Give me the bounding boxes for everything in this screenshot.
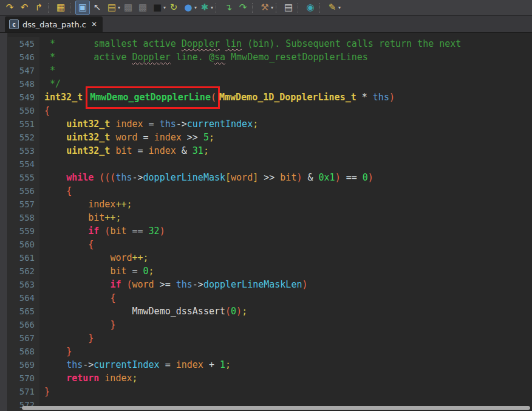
pen-icon-dropdown[interactable]: ▾ (338, 5, 341, 10)
code-token: 0 (363, 172, 368, 183)
build-hammer-icon[interactable]: ⚒ (257, 1, 272, 15)
code-token: word (110, 132, 137, 143)
code-token: 0 (231, 306, 236, 317)
code-token: index (88, 199, 115, 210)
code-token: + (203, 359, 220, 370)
code-token: bit (88, 212, 104, 223)
pen-icon[interactable]: ✎ (325, 1, 339, 15)
line-number: 561 (8, 251, 39, 264)
launch-debug-session-icon-dropdown[interactable]: ▾ (118, 5, 120, 10)
code-token: = (160, 359, 176, 370)
search-icon[interactable]: ◉ (303, 1, 318, 15)
debug-view-icon[interactable]: ▣ (75, 1, 90, 15)
code-token: MmwDemo_getDopplerLine (90, 92, 211, 103)
code-token: index (154, 132, 182, 143)
code-token: -> (83, 359, 94, 370)
code-token: ths (115, 172, 132, 183)
line-text: int32_t MmwDemo_getDopplerLine(MmwDemo_1… (39, 91, 395, 104)
code-token: index (149, 145, 176, 156)
line-text: bit++; (39, 211, 121, 224)
code-token: index (176, 359, 203, 370)
code-token: 5 (203, 132, 209, 143)
code-token: ) (236, 306, 242, 317)
code-token (44, 145, 66, 156)
flash-chip-icon[interactable]: ■ (150, 1, 165, 15)
code-line-566: 566 } (8, 318, 532, 331)
line-text: } (39, 385, 50, 398)
line-number: 565 (8, 305, 39, 318)
registers-grid-icon[interactable]: ▦ (53, 1, 68, 15)
code-token (44, 212, 88, 223)
code-token: ths (66, 359, 83, 370)
step-into-green-icon[interactable]: ↴ (221, 1, 236, 15)
horizontal-scrollbar[interactable] (22, 406, 530, 410)
console-icon[interactable]: ▤ (281, 1, 296, 15)
code-token (44, 279, 110, 290)
disconnect-core-icon[interactable]: ▩ (135, 1, 150, 15)
step-over-icon[interactable]: ↶ (17, 1, 32, 15)
step-into-icon[interactable]: ↱ (32, 1, 46, 15)
line-text: MmwDemo_dssAssert(0); (39, 305, 247, 318)
line-number: 567 (8, 331, 39, 345)
breakpoint-ruler[interactable] (0, 33, 8, 411)
code-line-571: 571} (8, 385, 532, 398)
line-number: 569 (8, 358, 39, 371)
tab-dss_data_path.c[interactable]: cdss_data_path.c✕ (5, 16, 103, 32)
c-file-icon: c (9, 19, 19, 29)
line-text: * smallest active Doppler lin (bin). Sub… (39, 37, 461, 50)
code-token: Doppler (132, 52, 171, 63)
code-token: ) (160, 226, 165, 237)
code-token: MmwDemo_1D_DopplerLines_t (219, 92, 356, 103)
pointer-wand-icon[interactable]: ↖ (90, 1, 104, 15)
line-text: if (bit == 32) (39, 224, 165, 238)
step-return-icon[interactable]: ↷ (2, 1, 17, 15)
code-token: if (110, 279, 121, 290)
code-token: ((( (99, 172, 115, 183)
toolbar-separator (48, 3, 52, 13)
toolbar-separator (252, 3, 256, 13)
line-number: 570 (8, 371, 39, 385)
tab-close-icon[interactable]: ✕ (91, 20, 97, 29)
code-token: index (99, 373, 132, 384)
code-token (44, 199, 88, 210)
code-token (44, 252, 110, 263)
code-token: { (44, 105, 50, 116)
build-hammer-icon-dropdown[interactable]: ▾ (271, 5, 273, 10)
code-token (44, 266, 110, 277)
code-token: ; (242, 306, 247, 317)
code-token (44, 319, 110, 330)
code-line-562: 562 bit = 0; (8, 264, 532, 278)
debug-bug-icon[interactable]: ✱ (197, 1, 212, 15)
debug-bug-icon-dropdown[interactable]: ▾ (211, 5, 213, 10)
code-line-561: 561 word++; (8, 251, 532, 264)
line-text: */ (39, 77, 61, 91)
code-token: bit (280, 172, 296, 183)
launch-debug-session-icon[interactable]: ▤ (104, 1, 119, 15)
new-target-configuration-icon-dropdown[interactable]: ▾ (194, 5, 197, 10)
code-line-554: 554 (8, 157, 532, 171)
new-target-configuration-icon[interactable]: ● (181, 1, 196, 15)
code-token (44, 119, 66, 130)
line-text: word++; (39, 251, 149, 264)
code-token: word (132, 279, 154, 290)
connect-core-icon[interactable]: ▩ (121, 1, 135, 15)
restart-icon[interactable]: ↻ (166, 1, 181, 15)
code-line-549: 549int32_t MmwDemo_getDopplerLine(MmwDem… (8, 91, 532, 104)
toolbar-separator (276, 3, 279, 13)
code-token: index (110, 119, 143, 130)
code-token (44, 333, 88, 344)
code-token (44, 172, 66, 183)
code-token: dopplerLineMask (143, 172, 225, 183)
code-token: ( (225, 306, 231, 317)
code-area[interactable]: 545 * smallest active Doppler lin (bin).… (8, 33, 532, 411)
code-line-568: 568 } (8, 345, 532, 358)
code-token (44, 292, 110, 303)
code-token: return (66, 373, 99, 384)
code-editor[interactable]: 545 * smallest active Doppler lin (bin).… (0, 33, 532, 411)
code-token: ) (302, 279, 307, 290)
code-token: & (302, 172, 318, 183)
line-text: * (39, 64, 55, 77)
line-number: 553 (8, 144, 39, 157)
flash-chip-icon-dropdown[interactable]: ▾ (163, 5, 166, 10)
step-over-green-icon[interactable]: ↷ (236, 1, 250, 15)
